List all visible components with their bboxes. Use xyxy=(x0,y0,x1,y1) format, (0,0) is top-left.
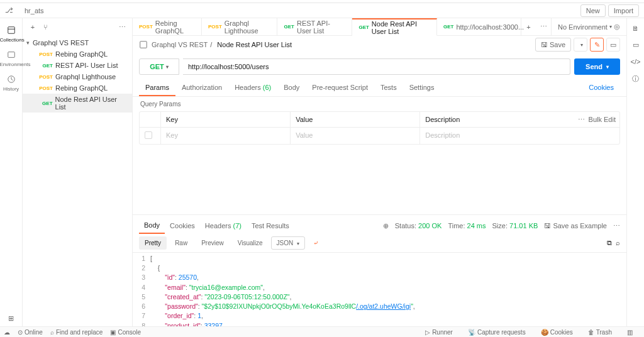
svg-rect-4 xyxy=(140,41,147,48)
request-tab[interactable]: POSTGraphql Lighthouse xyxy=(202,18,277,35)
collection-request[interactable]: GETNode Rest API User List xyxy=(23,94,132,113)
cookies-button[interactable]: 🍪 Cookies xyxy=(541,329,573,336)
col-key: Key xyxy=(161,112,291,127)
code-snippet-icon[interactable]: </> xyxy=(631,58,641,65)
response-toolbar: Pretty Raw Preview Visualize JSON ▾ ⤶ ⧉ … xyxy=(133,234,626,253)
resp-tab-cookies[interactable]: Cookies xyxy=(165,218,200,233)
format-select[interactable]: JSON ▾ xyxy=(271,236,305,250)
console-button[interactable]: ▣ Console xyxy=(110,329,141,336)
url-input[interactable] xyxy=(183,58,570,75)
collection-request[interactable]: POSTGraphql Lighthouse xyxy=(23,71,132,82)
response-more-icon[interactable]: ⋯ xyxy=(613,222,620,230)
status-label: Status: 200 OK xyxy=(395,222,442,229)
breadcrumb: Graphql VS REST / Node Rest API User Lis… xyxy=(133,36,626,53)
workspace-name[interactable]: hr_ats xyxy=(25,7,44,14)
response-body[interactable]: 1[2 {3 "id": 25570,4 "email": "trycia16@… xyxy=(133,253,626,326)
left-rail: Collections Environments History ⊞ xyxy=(0,18,23,326)
row-checkbox[interactable] xyxy=(145,131,152,139)
wrap-lines-icon[interactable]: ⤶ xyxy=(308,236,324,250)
filter-icon[interactable]: ⑂ xyxy=(39,21,52,33)
comment-icon[interactable]: ▭ xyxy=(606,38,620,52)
save-button[interactable]: 🖫 Save xyxy=(535,38,571,52)
resp-tab-headers[interactable]: Headers (7) xyxy=(200,218,247,233)
request-subtabs: Params Authorization Headers (6) Body Pr… xyxy=(133,80,626,97)
view-visualize[interactable]: Visualize xyxy=(232,236,269,250)
collection-request[interactable]: GETREST API- User List xyxy=(23,60,132,71)
search-response-icon[interactable]: ⌕ xyxy=(616,239,620,247)
col-value: Value xyxy=(291,112,420,127)
resp-tab-test-results[interactable]: Test Results xyxy=(247,218,294,233)
environment-selector[interactable]: No Environment▾ ◎ xyxy=(551,18,626,35)
query-params-label: Query Params xyxy=(133,97,626,111)
sidebar-more-icon[interactable]: ⋯ xyxy=(116,21,128,33)
collection-folder[interactable]: ▾ Graphql VS REST xyxy=(23,37,132,48)
collection-request[interactable]: POSTRebing GraphQL xyxy=(23,48,132,60)
tab-overflow-button[interactable]: ⋯ xyxy=(536,18,551,35)
edit-icon[interactable]: ✎ xyxy=(590,38,604,52)
view-preview[interactable]: Preview xyxy=(196,236,230,250)
rail-collections[interactable]: Collections xyxy=(0,22,23,47)
tab-body[interactable]: Body xyxy=(277,80,306,96)
params-table: Key Value Description ⋯ Bulk Edit Key Va… xyxy=(139,111,620,145)
new-tab-button[interactable]: + xyxy=(521,18,536,35)
comments-icon[interactable]: ▭ xyxy=(633,41,639,49)
user-icon: ⎇ xyxy=(5,6,13,14)
time-label: Time: 24 ms xyxy=(448,222,486,229)
size-label: Size: 71.01 KB xyxy=(492,222,538,229)
col-description: Description xyxy=(420,112,569,127)
request-tab[interactable]: GEThttp://localhost:3000... xyxy=(437,18,521,35)
send-button[interactable]: Send▾ xyxy=(574,58,620,75)
new-button[interactable]: New xyxy=(580,4,606,17)
response-tabs: Body Cookies Headers (7) Test Results ⊕ … xyxy=(133,214,626,234)
tab-prerequest[interactable]: Pre-request Script xyxy=(306,80,374,96)
runner-button[interactable]: ▷ Runner xyxy=(425,329,453,336)
tab-headers[interactable]: Headers (6) xyxy=(228,80,277,96)
tab-tests[interactable]: Tests xyxy=(374,80,403,96)
capture-requests[interactable]: 📡 Capture requests xyxy=(468,329,526,336)
request-tabs: POSTRebing GraphQLPOSTGraphql Lighthouse… xyxy=(133,18,626,36)
save-as-example-button[interactable]: 🖫 Save as Example xyxy=(544,222,607,229)
tab-params[interactable]: Params xyxy=(139,80,175,96)
view-pretty[interactable]: Pretty xyxy=(139,236,167,250)
right-rail: 🗎 ▭ </> ⓘ xyxy=(626,18,644,326)
online-status[interactable]: ⊙ Online xyxy=(18,329,43,336)
sync-icon[interactable]: ☁ xyxy=(4,329,10,336)
import-button[interactable]: Import xyxy=(608,4,639,17)
request-tab[interactable]: GETREST API- User List xyxy=(277,18,352,35)
env-quicklook-icon[interactable]: ◎ xyxy=(614,23,620,31)
rail-environments[interactable]: Environments xyxy=(0,47,23,71)
add-collection-icon[interactable]: + xyxy=(26,21,39,33)
workspace-header: ⎇ hr_ats New Import xyxy=(0,3,644,18)
trash-button[interactable]: 🗑 Trash xyxy=(588,329,612,336)
copy-response-icon[interactable]: ⧉ xyxy=(607,239,612,247)
svg-rect-0 xyxy=(8,27,14,34)
request-tab[interactable]: POSTRebing GraphQL xyxy=(133,18,202,35)
two-pane-icon[interactable]: ▥ xyxy=(627,329,633,336)
rail-more[interactable]: ⊞ xyxy=(0,311,23,326)
save-dropdown[interactable]: ▾ xyxy=(574,38,587,52)
more-columns-icon[interactable]: ⋯ xyxy=(578,116,585,124)
tab-authorization[interactable]: Authorization xyxy=(175,80,228,96)
request-tab[interactable]: GETNode Rest API User List xyxy=(352,18,437,36)
status-bar: ☁ ⊙ Online ⌕ Find and replace ▣ Console … xyxy=(0,326,644,337)
find-replace[interactable]: ⌕ Find and replace xyxy=(50,329,103,336)
cookies-link[interactable]: Cookies xyxy=(582,80,620,96)
view-raw[interactable]: Raw xyxy=(169,236,193,250)
tab-settings[interactable]: Settings xyxy=(403,80,441,96)
svg-rect-2 xyxy=(8,52,14,58)
collection-request[interactable]: POSTRebing GraphQL xyxy=(23,82,132,94)
bulk-edit-link[interactable]: Bulk Edit xyxy=(589,116,616,123)
method-select[interactable]: GET▾ xyxy=(139,58,179,75)
network-icon[interactable]: ⊕ xyxy=(383,222,389,230)
docs-icon[interactable]: 🗎 xyxy=(632,25,639,32)
chevron-down-icon: ▾ xyxy=(26,40,33,46)
param-row-empty[interactable]: Key Value Description xyxy=(140,128,619,144)
collections-sidebar: + ⑂ ⋯ ▾ Graphql VS REST POSTRebing Graph… xyxy=(23,18,133,326)
resp-tab-body[interactable]: Body xyxy=(139,218,165,234)
collection-icon xyxy=(139,40,148,49)
info-icon[interactable]: ⓘ xyxy=(632,74,639,84)
rail-history[interactable]: History xyxy=(0,71,23,96)
